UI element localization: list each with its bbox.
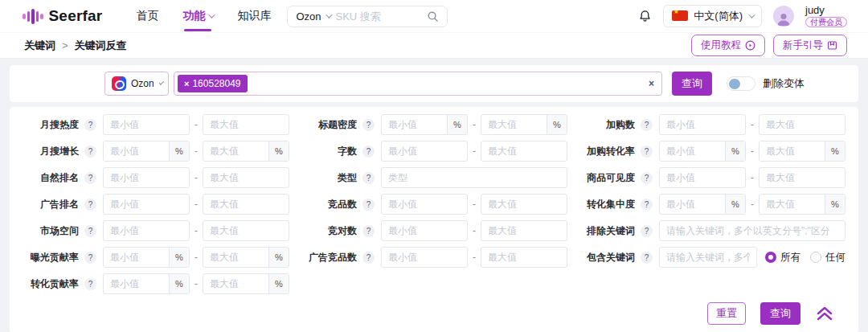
help-icon[interactable]: ? bbox=[84, 172, 96, 184]
min-input[interactable] bbox=[660, 195, 725, 214]
min-input[interactable] bbox=[104, 274, 169, 293]
max-input[interactable] bbox=[203, 221, 289, 240]
max-input[interactable] bbox=[203, 115, 289, 134]
min-input[interactable] bbox=[104, 168, 189, 187]
max-input[interactable] bbox=[481, 221, 567, 240]
max-input[interactable] bbox=[203, 195, 289, 214]
row-body: - bbox=[103, 114, 289, 135]
min-input[interactable] bbox=[382, 195, 467, 214]
nav-item-knowledge[interactable]: 知识库 bbox=[237, 0, 271, 32]
sku-platform-select[interactable]: Ozon bbox=[296, 10, 321, 23]
max-input-group: % bbox=[203, 141, 289, 162]
keyword-input[interactable] bbox=[660, 248, 756, 267]
help-icon[interactable]: ? bbox=[84, 278, 96, 290]
field-label: 广告竞品数 bbox=[301, 251, 357, 264]
notification-bell-icon[interactable] bbox=[638, 9, 652, 23]
breadcrumb-bar: 关键词 > 关键词反查 使用教程 新手引导 bbox=[0, 32, 868, 59]
form-query-button[interactable]: 查询 bbox=[760, 302, 800, 325]
form-row: 加购转化率?%-% bbox=[579, 141, 845, 162]
min-input[interactable] bbox=[660, 141, 725, 161]
chevron-down-icon bbox=[158, 80, 164, 85]
search-icon[interactable] bbox=[427, 10, 439, 23]
min-input[interactable] bbox=[104, 195, 189, 214]
beginner-guide-button[interactable]: 新手引导 bbox=[773, 35, 847, 56]
range-separator: - bbox=[194, 278, 198, 289]
help-icon[interactable]: ? bbox=[641, 172, 653, 184]
help-icon[interactable]: ? bbox=[362, 172, 375, 184]
chevron-down-icon[interactable] bbox=[326, 11, 333, 18]
help-icon[interactable]: ? bbox=[641, 119, 653, 131]
max-input[interactable] bbox=[203, 274, 268, 293]
platform-select[interactable]: Ozon bbox=[104, 72, 169, 96]
nav-label: 知识库 bbox=[237, 9, 271, 23]
max-input[interactable] bbox=[481, 141, 567, 161]
tag-remove-icon[interactable]: × bbox=[184, 79, 189, 88]
min-input[interactable] bbox=[382, 141, 467, 161]
min-input[interactable] bbox=[104, 221, 189, 240]
range-separator: - bbox=[751, 172, 754, 183]
help-icon[interactable]: ? bbox=[362, 146, 375, 158]
help-icon[interactable]: ? bbox=[362, 199, 375, 211]
help-icon[interactable]: ? bbox=[84, 199, 96, 211]
max-input[interactable] bbox=[481, 115, 547, 134]
sku-search-input[interactable] bbox=[335, 10, 422, 23]
max-input[interactable] bbox=[760, 141, 825, 161]
help-icon[interactable]: ? bbox=[362, 252, 375, 264]
clear-input-icon[interactable]: × bbox=[649, 78, 654, 89]
range-separator: - bbox=[194, 172, 198, 183]
min-input-group bbox=[103, 114, 190, 135]
help-icon[interactable]: ? bbox=[362, 225, 375, 237]
max-input[interactable] bbox=[760, 115, 845, 134]
min-input[interactable] bbox=[382, 115, 447, 134]
radio-option[interactable]: 任何 bbox=[810, 251, 845, 264]
help-icon[interactable]: ? bbox=[84, 146, 96, 158]
min-input[interactable] bbox=[104, 115, 189, 134]
min-input[interactable] bbox=[104, 141, 169, 161]
max-input-group bbox=[481, 220, 567, 241]
keyword-input[interactable] bbox=[382, 168, 567, 187]
help-icon[interactable]: ? bbox=[84, 252, 96, 264]
reset-button[interactable]: 重置 bbox=[707, 302, 746, 325]
sku-tag-input[interactable]: × 160528049 × bbox=[174, 72, 662, 96]
filter-form-card: 月搜热度?-月搜增长?%-%自然排名?-广告排名?-市场空间?-曝光贡献率?%-… bbox=[10, 107, 858, 332]
help-icon[interactable]: ? bbox=[641, 252, 653, 264]
max-input[interactable] bbox=[760, 168, 845, 187]
min-input[interactable] bbox=[104, 248, 169, 267]
min-input[interactable] bbox=[660, 168, 745, 187]
min-input[interactable] bbox=[382, 221, 467, 240]
min-input[interactable] bbox=[660, 115, 745, 134]
help-icon[interactable]: ? bbox=[84, 225, 96, 237]
help-icon[interactable]: ? bbox=[641, 199, 653, 211]
nav-item-home[interactable]: 首页 bbox=[136, 0, 158, 32]
brand-logo[interactable]: Seerfar bbox=[23, 7, 102, 25]
field-label: 包含关键词 bbox=[579, 251, 635, 264]
form-row: 自然排名?- bbox=[23, 167, 289, 188]
help-icon[interactable]: ? bbox=[641, 146, 653, 158]
breadcrumb-parent[interactable]: 关键词 bbox=[24, 39, 55, 53]
user-info[interactable]: judy 付费会员 bbox=[805, 5, 847, 27]
range-separator: - bbox=[751, 199, 754, 210]
max-input-group bbox=[481, 141, 567, 162]
form-row: 竞品数?- bbox=[301, 194, 567, 215]
keyword-input[interactable] bbox=[660, 221, 845, 240]
panel-query-button[interactable]: 查询 bbox=[672, 72, 712, 96]
max-input[interactable] bbox=[203, 141, 268, 161]
max-input[interactable] bbox=[203, 248, 268, 267]
field-label: 加购转化率 bbox=[579, 145, 635, 158]
max-input[interactable] bbox=[481, 195, 567, 214]
field-label: 市场空间 bbox=[23, 224, 79, 238]
max-input[interactable] bbox=[203, 168, 289, 187]
collapse-panel-icon[interactable] bbox=[815, 305, 834, 322]
max-input[interactable] bbox=[760, 195, 825, 214]
min-input[interactable] bbox=[382, 248, 467, 267]
help-icon[interactable]: ? bbox=[362, 119, 375, 131]
avatar[interactable] bbox=[773, 6, 794, 27]
nav-item-features[interactable]: 功能 bbox=[182, 0, 213, 32]
max-input[interactable] bbox=[481, 248, 567, 267]
remove-variants-toggle[interactable] bbox=[727, 76, 755, 91]
language-selector[interactable]: 中文(简体) bbox=[663, 5, 762, 27]
help-icon[interactable]: ? bbox=[641, 225, 653, 237]
radio-option[interactable]: 所有 bbox=[765, 251, 800, 264]
tutorial-button[interactable]: 使用教程 bbox=[691, 35, 765, 56]
help-icon[interactable]: ? bbox=[84, 119, 96, 131]
